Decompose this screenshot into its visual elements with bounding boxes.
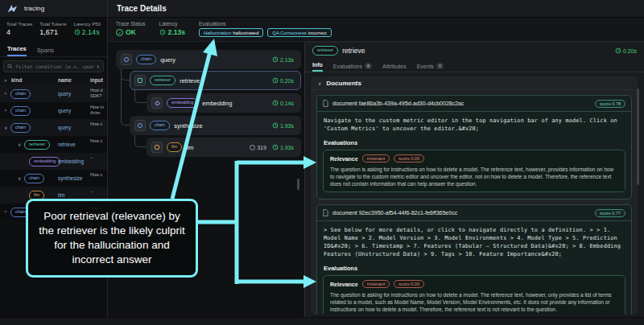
chevron-down-icon[interactable]: ∨ xyxy=(18,175,21,181)
clock-icon xyxy=(272,56,279,63)
evaluation-badge-hallucination[interactable]: Hallucinationhallucinated xyxy=(199,28,263,37)
document-card[interactable]: document fae86a3b-439a-495d-ad30-d4cb002… xyxy=(316,95,632,200)
trace-stats: Total Traces 4 Total Tokens 1,671 Latenc… xyxy=(0,18,107,43)
table-row[interactable]: ∨ retriever retrieve How c xyxy=(0,136,107,153)
span-input: How c xyxy=(90,172,106,184)
app-window: tracing Total Traces 4 Total Tokens 1,67… xyxy=(0,0,644,325)
tab-traces[interactable]: Traces xyxy=(7,45,27,56)
tree-connector xyxy=(121,69,130,125)
document-card[interactable]: document 92ec3950-af54-44f6-82c1-fe6ff36… xyxy=(316,204,632,315)
document-evaluations-label: Evaluations xyxy=(317,138,631,146)
document-card-header: document 92ec3950-af54-44f6-82c1-fe6ff36… xyxy=(317,205,631,221)
table-row[interactable]: > chain query How d SDK? xyxy=(0,85,107,102)
kind-badge: retriever xyxy=(24,140,50,150)
span-name[interactable]: synthesize xyxy=(58,175,83,181)
kind-badge: embedding xyxy=(167,98,198,108)
tab-info[interactable]: Info xyxy=(312,62,323,72)
span-input: How d SDK? xyxy=(90,88,106,100)
tree-node-llm[interactable]: llm llm 319 1.93s xyxy=(147,138,301,157)
span-name[interactable]: query xyxy=(58,108,71,113)
table-row[interactable]: ∨ chain query How c xyxy=(0,119,107,136)
document-icon xyxy=(323,209,328,216)
chevron-down-icon[interactable]: ∨ xyxy=(4,125,7,130)
evaluation-explanation: The question is asking for instructions … xyxy=(330,166,618,187)
filter-bar[interactable] xyxy=(3,60,104,72)
span-name[interactable]: embedding xyxy=(58,158,84,164)
table-row[interactable]: ∨ chain synthesize How c xyxy=(0,170,107,187)
span-input: How c xyxy=(90,138,106,150)
chain-icon xyxy=(121,54,132,65)
footer-strip xyxy=(0,317,644,325)
clock-icon xyxy=(615,47,621,54)
tab-spans[interactable]: Spans xyxy=(37,47,54,56)
relevance-evaluation-card: Relevance irrelevant score 0.00 The ques… xyxy=(323,150,625,192)
chevron-down-icon: ∨ xyxy=(318,80,321,86)
evaluation-name: Relevance xyxy=(330,282,358,287)
span-name[interactable]: retrieve xyxy=(58,142,76,147)
evaluation-badge-qa-correctness[interactable]: QA Correctnessincorrect xyxy=(267,28,331,37)
document-content: > See below for more details, or click t… xyxy=(317,221,631,263)
page-title: Trace Details xyxy=(117,4,167,13)
document-evaluations-label: Evaluations xyxy=(317,263,631,272)
evaluation-score-badge: score 0.00 xyxy=(394,280,424,288)
table-row[interactable]: > chain query How m Arize xyxy=(0,102,107,119)
evaluation-name: Relevance xyxy=(330,156,358,162)
evaluations-count-badge: 8 xyxy=(365,63,372,69)
search-icon xyxy=(7,64,13,69)
check-circle-icon: ✓ xyxy=(116,29,123,36)
kind-badge: chain xyxy=(150,121,170,130)
kind-badge: embedding xyxy=(29,157,60,167)
chevron-right-icon[interactable]: > xyxy=(4,91,7,96)
trace-latency-group: Latency 2.13s xyxy=(159,21,185,41)
clock-icon xyxy=(272,100,279,106)
stat-latency-p50: Latency P50 2.14s xyxy=(74,22,101,43)
span-name[interactable]: query xyxy=(58,125,71,130)
tree-node-synthesize[interactable]: chain synthesize 1.93s xyxy=(130,116,301,135)
table-header: > kind name input xyxy=(0,75,107,85)
document-icon xyxy=(323,100,328,107)
evaluation-score-badge: score 0.00 xyxy=(394,154,424,162)
evaluation-label-badge: irrelevant xyxy=(362,154,390,162)
clock-icon xyxy=(272,122,279,129)
span-tabs: Info Evaluations8 Attributes Events0 xyxy=(305,59,644,72)
span-details-panel: retriever retrieve 0.20s Info Evaluation… xyxy=(304,42,644,317)
tree-node-embedding[interactable]: embedding embedding 0.14s xyxy=(147,93,301,113)
table-row[interactable]: embedding embedding – xyxy=(0,153,107,170)
tree-scrollbar[interactable] xyxy=(297,179,299,190)
span-panel-scrollbar[interactable] xyxy=(637,88,639,185)
evaluation-explanation: The question is asking for instructions … xyxy=(330,291,618,313)
tree-connector xyxy=(134,90,147,103)
embedding-icon xyxy=(151,97,163,109)
tab-attributes[interactable]: Attributes xyxy=(382,64,407,72)
span-name[interactable]: llm xyxy=(58,192,64,198)
app-title: tracing xyxy=(24,5,44,12)
tab-evaluations[interactable]: Evaluations8 xyxy=(333,63,372,72)
document-content: Navigate to the custom metric editor in … xyxy=(317,112,631,138)
filter-input[interactable] xyxy=(15,64,100,69)
kind-badge: retriever xyxy=(312,46,338,56)
span-name[interactable]: query xyxy=(58,91,71,97)
kind-badge: chain xyxy=(24,174,44,183)
documents-accordion-header[interactable]: ∨ Documents xyxy=(311,76,638,90)
chevron-right-icon[interactable]: > xyxy=(4,108,7,113)
latency-value: 2.13s xyxy=(168,28,185,36)
chain-icon xyxy=(134,120,146,131)
stat-total-traces: Total Traces 4 xyxy=(6,22,32,43)
expand-all-icon[interactable]: > xyxy=(4,78,7,83)
stat-total-tokens: Total Tokens 1,671 xyxy=(39,22,66,43)
tab-events[interactable]: Events0 xyxy=(417,63,444,72)
token-count-icon xyxy=(250,145,255,150)
annotation-callout: Poor retrieval (relevance) by the retrie… xyxy=(26,199,198,278)
kind-badge: chain xyxy=(10,89,31,99)
tree-node-query[interactable]: chain query 2.13s xyxy=(116,50,301,69)
chevron-down-icon[interactable]: ∨ xyxy=(18,142,21,147)
trace-status-bar: Trace Status ✓ OK Latency 2.13s Evaluati… xyxy=(107,18,644,42)
events-count-badge: 0 xyxy=(436,63,444,69)
kind-badge: chain xyxy=(10,123,31,133)
chevron-right-icon[interactable]: > xyxy=(4,209,7,214)
tree-node-retrieve[interactable]: retriever retrieve 0.20s xyxy=(130,71,301,90)
llm-icon xyxy=(151,142,163,153)
documents-section: ∨ Documents document fae86a3b-439a-495d-… xyxy=(311,76,638,315)
span-header: retriever retrieve 0.20s xyxy=(305,43,644,59)
trace-status-group: Trace Status ✓ OK xyxy=(116,21,146,41)
